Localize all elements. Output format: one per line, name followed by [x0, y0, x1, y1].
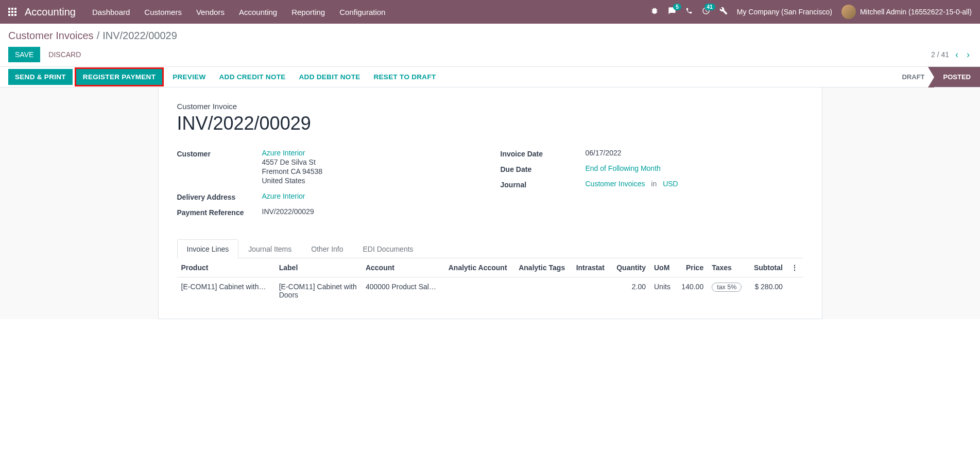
- invoice-type-label: Customer Invoice: [177, 102, 803, 111]
- cell-intrastat[interactable]: [572, 277, 611, 305]
- bug-icon[interactable]: [650, 7, 659, 17]
- apps-icon[interactable]: [8, 8, 16, 16]
- nav-menu: Dashboard Customers Vendors Accounting R…: [92, 8, 650, 16]
- form-sheet: Customer Invoice INV/2022/00029 Customer…: [158, 87, 822, 319]
- nav-right: 5 41 My Company (San Francisco) Mitchell…: [650, 5, 972, 19]
- th-analytic-account[interactable]: Analytic Account: [444, 258, 514, 277]
- journal-link[interactable]: Customer Invoices: [586, 180, 645, 188]
- messages-icon[interactable]: 5: [668, 7, 676, 17]
- customer-value: Azure Interior 4557 De Silva St Fremont …: [262, 149, 480, 186]
- invoice-number: INV/2022/00029: [177, 113, 803, 134]
- duedate-link[interactable]: End of Following Month: [586, 164, 661, 172]
- journal-value: Customer Invoices in USD: [586, 180, 803, 188]
- company-selector[interactable]: My Company (San Francisco): [737, 8, 832, 16]
- tax-chip: tax 5%: [712, 283, 742, 292]
- table-row[interactable]: [E-COM11] Cabinet with… [E-COM11] Cabine…: [177, 277, 803, 305]
- add-debit-note-button[interactable]: ADD DEBIT NOTE: [293, 69, 367, 85]
- tabs: Invoice Lines Journal Items Other Info E…: [177, 239, 803, 258]
- cell-uom[interactable]: Units: [650, 277, 676, 305]
- messages-badge: 5: [673, 4, 681, 10]
- nav-vendors[interactable]: Vendors: [196, 8, 225, 16]
- nav-reporting[interactable]: Reporting: [291, 8, 325, 16]
- table-options-icon[interactable]: ⋮: [787, 258, 803, 277]
- th-quantity[interactable]: Quantity: [611, 258, 650, 277]
- save-button[interactable]: SAVE: [8, 47, 40, 62]
- tab-invoice-lines[interactable]: Invoice Lines: [177, 239, 239, 258]
- addr-line-2: Fremont CA 94538: [262, 167, 480, 175]
- phone-icon[interactable]: [685, 7, 693, 16]
- nav-configuration[interactable]: Configuration: [339, 8, 385, 16]
- journal-label: Journal: [501, 180, 586, 189]
- delivery-link[interactable]: Azure Interior: [262, 192, 305, 200]
- status-posted[interactable]: POSTED: [934, 67, 980, 87]
- app-name[interactable]: Accounting: [25, 6, 76, 18]
- form-container: Customer Invoice INV/2022/00029 Customer…: [0, 87, 980, 319]
- th-taxes[interactable]: Taxes: [708, 258, 748, 277]
- duedate-label: Due Date: [501, 164, 586, 173]
- journal-in: in: [651, 180, 657, 188]
- pager-next-icon[interactable]: ›: [965, 49, 972, 60]
- control-panel: Customer Invoices / INV/2022/00029 SAVE …: [0, 24, 980, 67]
- cell-label[interactable]: [E-COM11] Cabinet with Doors: [275, 277, 362, 305]
- cell-analytic-tags[interactable]: [514, 277, 572, 305]
- reset-draft-button[interactable]: RESET TO DRAFT: [367, 69, 443, 85]
- breadcrumb-current: INV/2022/00029: [102, 30, 177, 42]
- th-subtotal[interactable]: Subtotal: [748, 258, 787, 277]
- tab-edi-documents[interactable]: EDI Documents: [353, 239, 423, 258]
- addr-line-1: 4557 De Silva St: [262, 158, 480, 166]
- journal-currency-link[interactable]: USD: [663, 180, 678, 188]
- breadcrumb-parent[interactable]: Customer Invoices: [8, 30, 94, 42]
- nav-dashboard[interactable]: Dashboard: [92, 8, 130, 16]
- send-print-button[interactable]: SEND & PRINT: [8, 69, 73, 85]
- activities-icon[interactable]: 41: [702, 7, 710, 17]
- invdate-label: Invoice Date: [501, 149, 586, 158]
- user-name: Mitchell Admin (16552622-15-0-all): [860, 8, 972, 16]
- th-analytic-tags[interactable]: Analytic Tags: [514, 258, 572, 277]
- customer-label: Customer: [177, 149, 262, 158]
- cell-taxes[interactable]: tax 5%: [708, 277, 748, 305]
- user-menu[interactable]: Mitchell Admin (16552622-15-0-all): [841, 5, 972, 19]
- tab-journal-items[interactable]: Journal Items: [238, 239, 301, 258]
- register-payment-button[interactable]: REGISTER PAYMENT: [75, 67, 164, 86]
- payref-value[interactable]: INV/2022/00029: [262, 207, 480, 216]
- main-navbar: Accounting Dashboard Customers Vendors A…: [0, 0, 980, 24]
- cell-account[interactable]: 400000 Product Sal…: [366, 283, 440, 291]
- status-bar: SEND & PRINT REGISTER PAYMENT PREVIEW AD…: [0, 67, 980, 87]
- customer-name-link[interactable]: Azure Interior: [262, 149, 480, 157]
- th-product[interactable]: Product: [177, 258, 275, 277]
- tools-icon[interactable]: [719, 7, 728, 17]
- cell-analytic-account[interactable]: [444, 277, 514, 305]
- delivery-label: Delivery Address: [177, 192, 262, 201]
- addr-line-3: United States: [262, 177, 480, 185]
- payref-label: Payment Reference: [177, 207, 262, 217]
- nav-accounting[interactable]: Accounting: [239, 8, 277, 16]
- discard-button[interactable]: DISCARD: [42, 47, 87, 62]
- add-credit-note-button[interactable]: ADD CREDIT NOTE: [213, 69, 293, 85]
- th-uom[interactable]: UoM: [650, 258, 676, 277]
- breadcrumb: Customer Invoices / INV/2022/00029: [8, 30, 972, 42]
- avatar: [841, 5, 856, 19]
- cell-quantity[interactable]: 2.00: [611, 277, 650, 305]
- pager: 2 / 41 ‹ ›: [931, 49, 972, 60]
- th-label[interactable]: Label: [275, 258, 362, 277]
- cell-subtotal[interactable]: $ 280.00: [748, 277, 787, 305]
- tab-other-info[interactable]: Other Info: [301, 239, 353, 258]
- th-intrastat[interactable]: Intrastat: [572, 258, 611, 277]
- pager-prev-icon[interactable]: ‹: [953, 49, 960, 60]
- pager-counter[interactable]: 2 / 41: [931, 50, 949, 59]
- th-account[interactable]: Account: [362, 258, 444, 277]
- activities-badge: 41: [704, 4, 715, 10]
- breadcrumb-sep: /: [97, 30, 100, 42]
- invoice-lines-table: Product Label Account Analytic Account A…: [177, 258, 803, 304]
- th-price[interactable]: Price: [676, 258, 708, 277]
- nav-customers[interactable]: Customers: [144, 8, 182, 16]
- form-right-col: Invoice Date 06/17/2022 Due Date End of …: [501, 149, 803, 223]
- cell-product[interactable]: [E-COM11] Cabinet with…: [181, 283, 269, 291]
- form-left-col: Customer Azure Interior 4557 De Silva St…: [177, 149, 480, 223]
- cell-price[interactable]: 140.00: [676, 277, 708, 305]
- invdate-value[interactable]: 06/17/2022: [586, 149, 803, 157]
- preview-button[interactable]: PREVIEW: [166, 69, 212, 85]
